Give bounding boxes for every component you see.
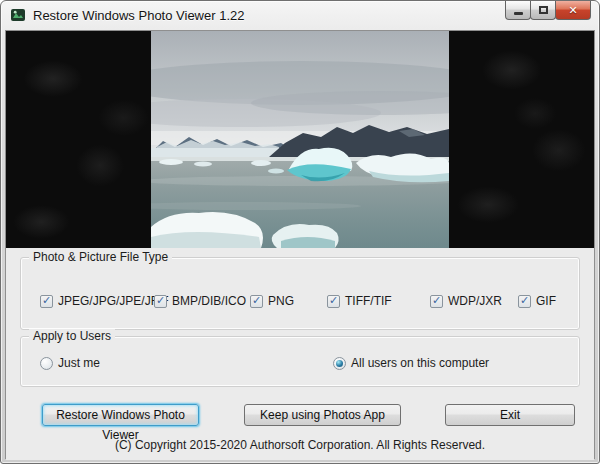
photo-backdrop [6,31,594,248]
app-icon [10,7,26,23]
radio-all-users[interactable]: All users on this computer [333,356,489,370]
close-icon: ✕ [568,5,577,16]
window-controls: ✕ [506,1,591,20]
checkbox-checked-icon [518,295,531,308]
exit-button[interactable]: Exit [445,404,575,426]
radio-just-me-label: Just me [58,356,100,370]
checkbox-jpeg[interactable]: JPEG/JPG/JPE/JFIF [40,294,169,308]
apply-to-users-group-label: Apply to Users [29,329,115,343]
minimize-icon [514,12,523,15]
radio-unselected-icon [40,357,53,370]
minimize-button[interactable] [505,1,531,20]
restore-photo-viewer-button[interactable]: Restore Windows Photo Viewer [42,404,199,426]
checkbox-wdp-label: WDP/JXR [448,294,502,308]
maximize-icon [539,6,548,14]
radio-selected-icon [333,357,346,370]
checkbox-tiff-label: TIFF/TIF [345,294,392,308]
radio-all-users-label: All users on this computer [351,356,489,370]
apply-to-users-group: Apply to Users Just me All users on this… [20,336,580,387]
file-type-group: Photo & Picture File Type JPEG/JPG/JPE/J… [20,257,580,330]
checkbox-tiff[interactable]: TIFF/TIF [327,294,392,308]
checkbox-checked-icon [250,295,263,308]
copyright-text: (C) Copyright 2015-2020 Authorsoft Corpo… [6,438,594,452]
checkbox-checked-icon [430,295,443,308]
checkbox-checked-icon [154,295,167,308]
checkbox-checked-icon [40,295,53,308]
checkbox-jpeg-label: JPEG/JPG/JPE/JFIF [58,294,169,308]
close-button[interactable]: ✕ [555,1,591,20]
keep-photos-app-button[interactable]: Keep using Photos App [244,404,401,426]
preview-photo [151,31,449,248]
app-window: Restore Windows Photo Viewer 1.22 ✕ [0,0,600,464]
checkbox-bmp-label: BMP/DIB/ICO [172,294,246,308]
checkbox-png[interactable]: PNG [250,294,294,308]
maximize-button[interactable] [530,1,556,20]
content-area: Photo & Picture File Type JPEG/JPG/JPE/J… [5,30,595,459]
titlebar: Restore Windows Photo Viewer 1.22 ✕ [1,1,599,30]
settings-panel: Photo & Picture File Type JPEG/JPG/JPE/J… [6,248,594,460]
checkbox-png-label: PNG [268,294,294,308]
window-title: Restore Windows Photo Viewer 1.22 [33,8,244,23]
radio-just-me[interactable]: Just me [40,356,100,370]
checkbox-wdp[interactable]: WDP/JXR [430,294,502,308]
checkbox-bmp[interactable]: BMP/DIB/ICO [154,294,246,308]
checkbox-gif-label: GIF [536,294,556,308]
file-type-group-label: Photo & Picture File Type [29,250,172,264]
checkbox-checked-icon [327,295,340,308]
checkbox-gif[interactable]: GIF [518,294,556,308]
